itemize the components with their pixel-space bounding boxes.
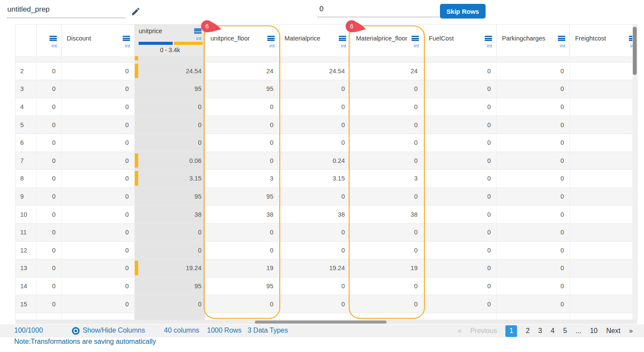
cell[interactable]: [351, 56, 424, 62]
cell[interactable]: 3.15: [279, 170, 351, 187]
cell[interactable]: 0: [135, 313, 205, 320]
cell[interactable]: 0: [135, 295, 205, 313]
cell[interactable]: 38: [351, 206, 424, 223]
vertical-scrollbar[interactable]: [632, 25, 637, 320]
cell[interactable]: 0: [351, 98, 424, 116]
column-header-freightcost[interactable]: Freightcost int: [570, 25, 637, 56]
cell[interactable]: 0: [37, 188, 62, 206]
cell[interactable]: [135, 56, 205, 62]
cell[interactable]: 0: [37, 62, 62, 80]
cell[interactable]: 0: [37, 224, 62, 241]
cell[interactable]: 0: [62, 242, 135, 259]
cell[interactable]: [570, 152, 637, 170]
cell[interactable]: 0: [62, 170, 135, 187]
cell[interactable]: 0: [497, 116, 570, 134]
cell[interactable]: 3: [351, 170, 424, 187]
cell[interactable]: 95: [205, 277, 279, 295]
cell[interactable]: 19: [205, 259, 279, 277]
cell[interactable]: 0: [279, 188, 351, 206]
cell[interactable]: 0.06: [135, 152, 205, 170]
cell[interactable]: 95: [135, 188, 205, 206]
cell[interactable]: 0: [135, 98, 205, 116]
prep-name-input[interactable]: untitled_prep: [7, 5, 50, 14]
cell[interactable]: [570, 242, 637, 259]
cell[interactable]: 24: [205, 62, 279, 80]
cell[interactable]: 0: [135, 242, 205, 259]
column-header-unitprice[interactable]: unitprice int 0 - 3.4k: [135, 25, 205, 56]
cell[interactable]: 0: [62, 259, 135, 277]
cell[interactable]: 0: [37, 152, 62, 170]
column-menu-icon[interactable]: [558, 36, 565, 41]
cell[interactable]: 0: [37, 242, 62, 259]
cell[interactable]: 0: [497, 313, 570, 320]
cell[interactable]: 0: [497, 277, 570, 295]
cell[interactable]: 0: [424, 277, 497, 295]
previous-button[interactable]: Previous: [470, 327, 497, 335]
page-button-4[interactable]: 4: [551, 327, 554, 335]
cell[interactable]: 0: [279, 277, 351, 295]
cell[interactable]: 24.54: [135, 62, 205, 80]
cell[interactable]: 0: [424, 242, 497, 259]
cell[interactable]: 0: [424, 295, 497, 313]
cell[interactable]: 0: [351, 152, 424, 170]
cell[interactable]: 0: [37, 295, 62, 313]
cell[interactable]: [62, 56, 135, 62]
cell[interactable]: 3: [205, 170, 279, 187]
cell[interactable]: 0: [37, 134, 62, 152]
cell[interactable]: 0: [62, 134, 135, 152]
cell[interactable]: 0: [205, 134, 279, 152]
cell[interactable]: 0: [279, 242, 351, 259]
column-menu-icon[interactable]: [123, 36, 130, 41]
cell[interactable]: 0: [424, 134, 497, 152]
cell[interactable]: 0: [497, 242, 570, 259]
cell[interactable]: 0: [351, 295, 424, 313]
cell[interactable]: 0: [279, 80, 351, 98]
cell[interactable]: [570, 259, 637, 277]
column-header-unnamed[interactable]: int: [37, 25, 62, 56]
page-button-5[interactable]: 5: [563, 327, 567, 335]
cell[interactable]: 0.24: [279, 152, 351, 170]
page-button-10[interactable]: 10: [590, 327, 598, 335]
horizontal-scrollbar[interactable]: [15, 320, 637, 324]
cell[interactable]: 0: [424, 116, 497, 134]
cell[interactable]: 0: [62, 224, 135, 241]
cell[interactable]: 19.24: [279, 259, 351, 277]
page-ellipsis[interactable]: ...: [576, 327, 581, 335]
cell[interactable]: 0: [135, 224, 205, 241]
cell[interactable]: 0: [351, 224, 424, 241]
column-header-materialprice[interactable]: Materialprice int: [279, 25, 351, 56]
cell[interactable]: 0: [37, 206, 62, 223]
cell[interactable]: 0: [424, 80, 497, 98]
column-menu-icon[interactable]: [339, 36, 346, 41]
cell[interactable]: [570, 98, 637, 116]
next-arrow[interactable]: »: [629, 327, 633, 335]
cell[interactable]: 0: [351, 277, 424, 295]
cell[interactable]: 95: [135, 277, 205, 295]
column-menu-icon[interactable]: [267, 36, 275, 41]
cell[interactable]: 0: [497, 206, 570, 223]
cell[interactable]: 0: [424, 206, 497, 223]
cell[interactable]: [570, 134, 637, 152]
cell[interactable]: [570, 62, 637, 80]
cell[interactable]: 38: [205, 206, 279, 223]
previous-arrow[interactable]: «: [458, 327, 461, 335]
column-header-fuelcost[interactable]: FuelCost int: [424, 25, 497, 56]
cell[interactable]: 19: [351, 259, 424, 277]
cell[interactable]: 0: [135, 134, 205, 152]
cell[interactable]: 0: [37, 116, 62, 134]
cell[interactable]: [570, 224, 637, 241]
cell[interactable]: 0: [279, 134, 351, 152]
cell[interactable]: [570, 80, 637, 98]
cell[interactable]: 0: [424, 188, 497, 206]
cell[interactable]: [570, 277, 637, 295]
cell[interactable]: 38: [279, 206, 351, 223]
cell[interactable]: 0: [205, 152, 279, 170]
cell[interactable]: [497, 56, 570, 62]
cell[interactable]: 0: [424, 259, 497, 277]
cell[interactable]: 95: [135, 80, 205, 98]
cell[interactable]: 24.54: [279, 62, 351, 80]
cell[interactable]: [570, 56, 637, 62]
vertical-scrollbar-thumb[interactable]: [633, 27, 637, 75]
column-header-parkingcharges[interactable]: Parkingcharges int: [497, 25, 570, 56]
cell[interactable]: 3.15: [135, 170, 205, 187]
